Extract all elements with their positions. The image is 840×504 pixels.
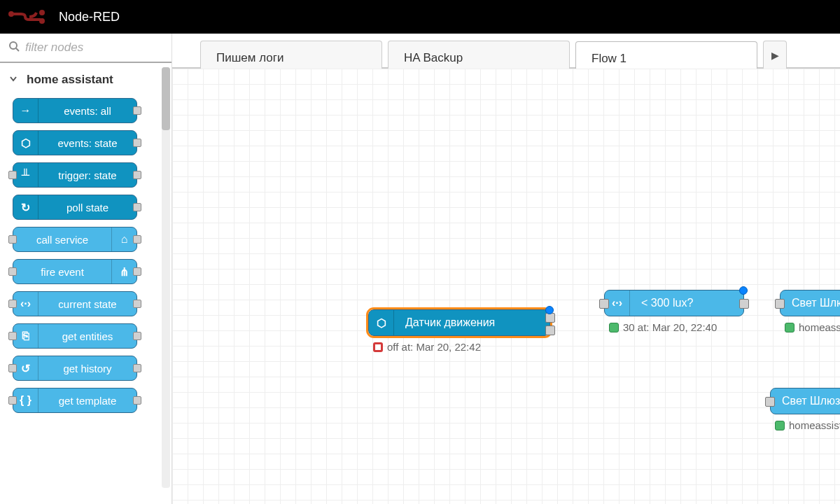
svg-point-3 <box>10 42 17 49</box>
palette-node-label: get entities <box>38 330 136 342</box>
palette-node[interactable]: ↺get history <box>13 356 137 381</box>
palette-scrollbar-thumb[interactable] <box>162 67 170 130</box>
workspace: Пишем логиHA BackupFlow 1▶ ⬡Датчик движе… <box>172 34 840 504</box>
palette-node-label: fire event <box>13 266 111 278</box>
palette-scrollbar[interactable] <box>162 67 170 488</box>
palette-node[interactable]: ‹·›current state <box>13 291 137 316</box>
node-port-out[interactable] <box>133 171 141 179</box>
flow-node-lux[interactable]: ‹·›< 300 lux?30 at: Mar 20, 22:40 <box>604 290 744 316</box>
status-dot-icon <box>785 323 794 332</box>
play-icon: ▶ <box>771 50 779 61</box>
hex-arrow-icon: ⬡ <box>369 310 394 335</box>
node-status: homeassistant.turn_on at: Mar 20, 22:40 <box>785 321 840 333</box>
flow-node-motion[interactable]: ⬡Датчик движенияoff at: Mar 20, 22:42 <box>368 309 550 336</box>
node-port-in[interactable] <box>599 299 609 309</box>
node-port-out[interactable] <box>133 267 141 276</box>
node-status: homeassistant.turn_off at: Mar 20, 22:42 <box>775 419 840 431</box>
palette-category-header[interactable]: home assistant <box>0 63 172 95</box>
palette-node-label: get history <box>38 363 136 374</box>
main: home assistant →events: all⬡events: stat… <box>0 34 840 504</box>
node-port-out[interactable] <box>133 106 141 115</box>
palette-node[interactable]: →events: all <box>13 98 137 123</box>
braces-icon: { } <box>13 388 38 412</box>
flow-node-label: < 300 lux? <box>630 297 704 309</box>
node-status: 30 at: Mar 20, 22:40 <box>609 321 717 333</box>
app-logo: Node-RED <box>8 10 120 24</box>
node-port-in[interactable] <box>8 267 17 276</box>
flow-node-label: Датчик движения <box>394 316 506 329</box>
tab-scroll-right-button[interactable]: ▶ <box>763 41 787 69</box>
palette-node[interactable]: ⎘get entities <box>13 323 137 349</box>
node-port-in[interactable] <box>765 397 775 407</box>
node-port-out[interactable] <box>133 364 141 372</box>
palette-body: home assistant →events: all⬡events: stat… <box>0 63 172 501</box>
node-port-in[interactable] <box>8 364 17 372</box>
node-port-out[interactable] <box>133 139 141 147</box>
node-port-in[interactable] <box>8 235 17 244</box>
palette-category-label: home assistant <box>27 73 113 87</box>
node-port-in[interactable] <box>775 299 785 309</box>
chevron-down-icon <box>8 73 18 87</box>
palette-node-list: →events: all⬡events: state╨trigger: stat… <box>0 95 172 419</box>
palette-node[interactable]: ╨trigger: state <box>13 162 137 188</box>
flow-tab[interactable]: Пишем логи <box>200 41 382 69</box>
status-dot-icon <box>373 342 383 352</box>
node-status: off at: Mar 20, 22:42 <box>373 341 481 353</box>
palette-node[interactable]: fire event⋔ <box>13 259 137 284</box>
palette-node-label: events: state <box>38 137 136 149</box>
node-port-out[interactable] <box>133 203 141 211</box>
palette-node-label: get template <box>38 395 136 407</box>
pulse-icon: ╨ <box>13 163 38 187</box>
changed-indicator-icon <box>739 286 748 295</box>
node-port-in[interactable] <box>8 171 17 179</box>
clock-arrow-icon: ↻ <box>13 195 38 219</box>
node-port-out[interactable] <box>739 299 749 309</box>
wires-layer <box>172 69 382 174</box>
palette-node[interactable]: ⬡events: state <box>13 130 137 155</box>
status-dot-icon <box>609 323 619 332</box>
palette-node[interactable]: { }get template <box>13 388 137 413</box>
flow-tab[interactable]: Flow 1 <box>575 41 757 69</box>
node-port-in[interactable] <box>8 332 17 340</box>
flow-node-label: Свет Шлюз ВКЛ <box>780 297 840 309</box>
flow-node-on[interactable]: Свет Шлюз ВКЛ⌂homeassistant.turn_on at: … <box>780 290 840 316</box>
palette-node[interactable]: call service⌂ <box>13 227 137 252</box>
arrow-right-icon: → <box>13 99 38 122</box>
flow-tabs: Пишем логиHA BackupFlow 1▶ <box>172 34 840 69</box>
flow-tab[interactable]: HA Backup <box>388 41 570 69</box>
status-text: homeassistant.turn_off at: Mar 20, 22:42 <box>789 419 840 431</box>
palette-node-label: trigger: state <box>38 169 136 181</box>
palette-sidebar: home assistant →events: all⬡events: stat… <box>0 34 172 504</box>
svg-point-0 <box>8 11 14 17</box>
node-port-out[interactable] <box>133 396 141 405</box>
nodered-logo-icon <box>8 10 48 24</box>
node-port-in[interactable] <box>8 396 17 405</box>
flow-canvas[interactable]: ⬡Датчик движенияoff at: Mar 20, 22:42‹·›… <box>172 69 840 504</box>
doc-arrow-icon: ⎘ <box>13 324 38 348</box>
palette-node-label: call service <box>13 234 111 246</box>
status-text: homeassistant.turn_on at: Mar 20, 22:40 <box>799 321 840 333</box>
filter-nodes-input[interactable] <box>25 41 163 55</box>
node-port-out[interactable] <box>545 313 555 323</box>
node-port-out[interactable] <box>133 300 141 308</box>
hex-arrow-icon: ⬡ <box>13 131 38 155</box>
node-port-out[interactable] <box>133 332 141 340</box>
history-icon: ↺ <box>13 356 38 380</box>
node-port-in[interactable] <box>8 300 17 308</box>
palette-node-label: poll state <box>38 202 136 214</box>
flow-node-off[interactable]: Свет Шлюз ВЫКЛ⌂homeassistant.turn_off at… <box>770 388 840 414</box>
status-text: 30 at: Mar 20, 22:40 <box>623 321 717 333</box>
status-dot-icon <box>775 421 785 430</box>
app-header: Node-RED <box>0 0 840 34</box>
svg-point-2 <box>39 18 45 24</box>
changed-indicator-icon <box>545 306 554 314</box>
palette-node[interactable]: ↻poll state <box>13 195 137 220</box>
node-port-out[interactable] <box>133 235 141 244</box>
flow-node-label: Свет Шлюз ВЫКЛ <box>771 395 840 407</box>
node-port-out[interactable] <box>545 326 555 335</box>
search-icon <box>8 41 20 55</box>
code-arrows-icon: ‹·› <box>13 292 38 316</box>
status-text: off at: Mar 20, 22:42 <box>387 341 481 353</box>
svg-point-1 <box>39 10 45 15</box>
svg-line-4 <box>16 48 19 51</box>
